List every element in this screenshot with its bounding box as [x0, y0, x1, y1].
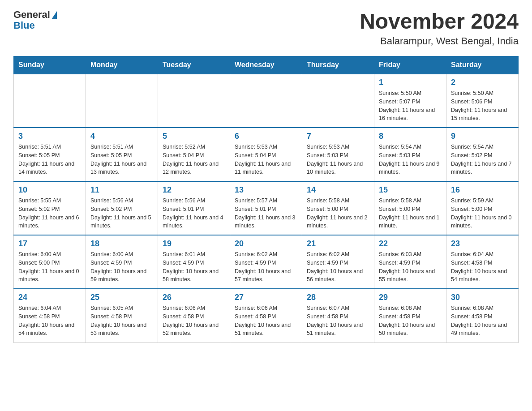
day-info: Sunrise: 6:02 AMSunset: 4:59 PMDaylight:… [235, 250, 297, 284]
day-info: Sunrise: 6:04 AMSunset: 4:58 PMDaylight:… [18, 304, 81, 338]
day-info: Sunrise: 5:50 AMSunset: 5:06 PMDaylight:… [451, 89, 514, 123]
day-info: Sunrise: 6:05 AMSunset: 4:58 PMDaylight:… [90, 304, 153, 338]
calendar-cell: 10Sunrise: 5:55 AMSunset: 5:02 PMDayligh… [14, 181, 86, 235]
day-number: 3 [18, 132, 81, 141]
day-number: 15 [379, 185, 442, 195]
day-number: 5 [163, 132, 225, 141]
calendar-cell: 15Sunrise: 5:58 AMSunset: 5:00 PMDayligh… [374, 181, 446, 235]
calendar-cell: 18Sunrise: 6:00 AMSunset: 4:59 PMDayligh… [86, 235, 158, 289]
day-number: 13 [235, 185, 297, 195]
calendar-cell: 17Sunrise: 6:00 AMSunset: 5:00 PMDayligh… [14, 235, 86, 289]
day-info: Sunrise: 6:00 AMSunset: 4:59 PMDaylight:… [90, 250, 153, 284]
day-info: Sunrise: 5:57 AMSunset: 5:01 PMDaylight:… [235, 197, 297, 230]
calendar-header-row: SundayMondayTuesdayWednesdayThursdayFrid… [14, 56, 519, 74]
day-info: Sunrise: 6:03 AMSunset: 4:59 PMDaylight:… [379, 250, 442, 284]
day-info: Sunrise: 5:51 AMSunset: 5:05 PMDaylight:… [18, 143, 81, 176]
title-block: November 2024 Balarampur, West Bengal, I… [360, 9, 519, 47]
calendar-cell: 22Sunrise: 6:03 AMSunset: 4:59 PMDayligh… [374, 235, 446, 289]
calendar-cell: 28Sunrise: 6:07 AMSunset: 4:58 PMDayligh… [302, 289, 374, 342]
logo: General Blue [13, 9, 57, 31]
week-row-5: 24Sunrise: 6:04 AMSunset: 4:58 PMDayligh… [14, 289, 519, 342]
page-header: General Blue November 2024 Balarampur, W… [13, 9, 519, 47]
calendar-cell: 2Sunrise: 5:50 AMSunset: 5:06 PMDaylight… [446, 74, 519, 128]
day-number: 1 [379, 78, 442, 87]
calendar-cell: 12Sunrise: 5:56 AMSunset: 5:01 PMDayligh… [158, 181, 230, 235]
calendar-cell: 20Sunrise: 6:02 AMSunset: 4:59 PMDayligh… [230, 235, 302, 289]
calendar-cell [86, 74, 158, 128]
calendar-cell [158, 74, 230, 128]
calendar-cell: 4Sunrise: 5:51 AMSunset: 5:05 PMDaylight… [86, 128, 158, 181]
calendar-cell: 27Sunrise: 6:06 AMSunset: 4:58 PMDayligh… [230, 289, 302, 342]
day-number: 29 [379, 293, 442, 302]
logo-blue-text: Blue [13, 20, 35, 31]
calendar-cell: 3Sunrise: 5:51 AMSunset: 5:05 PMDaylight… [14, 128, 86, 181]
column-header-tuesday: Tuesday [158, 56, 230, 74]
day-number: 24 [18, 293, 81, 302]
calendar-cell: 21Sunrise: 6:02 AMSunset: 4:59 PMDayligh… [302, 235, 374, 289]
day-info: Sunrise: 5:51 AMSunset: 5:05 PMDaylight:… [90, 143, 153, 176]
day-info: Sunrise: 6:04 AMSunset: 4:58 PMDaylight:… [451, 250, 514, 284]
day-number: 21 [307, 239, 369, 248]
day-number: 16 [451, 185, 514, 195]
calendar-cell: 8Sunrise: 5:54 AMSunset: 5:03 PMDaylight… [374, 128, 446, 181]
day-number: 22 [379, 239, 442, 248]
column-header-thursday: Thursday [302, 56, 374, 74]
day-info: Sunrise: 5:54 AMSunset: 5:02 PMDaylight:… [451, 143, 514, 176]
day-number: 28 [307, 293, 369, 302]
column-header-monday: Monday [86, 56, 158, 74]
calendar-cell: 7Sunrise: 5:53 AMSunset: 5:03 PMDaylight… [302, 128, 374, 181]
day-info: Sunrise: 5:54 AMSunset: 5:03 PMDaylight:… [379, 143, 442, 176]
calendar-cell: 5Sunrise: 5:52 AMSunset: 5:04 PMDaylight… [158, 128, 230, 181]
page-title: November 2024 [360, 9, 519, 34]
calendar-cell [230, 74, 302, 128]
day-info: Sunrise: 6:08 AMSunset: 4:58 PMDaylight:… [379, 304, 442, 338]
calendar-cell [14, 74, 86, 128]
day-info: Sunrise: 5:59 AMSunset: 5:00 PMDaylight:… [451, 197, 514, 230]
day-info: Sunrise: 6:06 AMSunset: 4:58 PMDaylight:… [235, 304, 297, 338]
day-info: Sunrise: 6:08 AMSunset: 4:58 PMDaylight:… [451, 304, 514, 338]
week-row-3: 10Sunrise: 5:55 AMSunset: 5:02 PMDayligh… [14, 181, 519, 235]
day-info: Sunrise: 6:07 AMSunset: 4:58 PMDaylight:… [307, 304, 369, 338]
day-info: Sunrise: 5:58 AMSunset: 5:00 PMDaylight:… [379, 197, 442, 230]
day-number: 9 [451, 132, 514, 141]
calendar-cell: 13Sunrise: 5:57 AMSunset: 5:01 PMDayligh… [230, 181, 302, 235]
day-info: Sunrise: 6:01 AMSunset: 4:59 PMDaylight:… [163, 250, 225, 284]
calendar-cell: 25Sunrise: 6:05 AMSunset: 4:58 PMDayligh… [86, 289, 158, 342]
day-info: Sunrise: 5:50 AMSunset: 5:07 PMDaylight:… [379, 89, 442, 123]
day-number: 26 [163, 293, 225, 302]
day-info: Sunrise: 5:55 AMSunset: 5:02 PMDaylight:… [18, 197, 81, 230]
day-number: 27 [235, 293, 297, 302]
day-number: 14 [307, 185, 369, 195]
calendar-cell: 26Sunrise: 6:06 AMSunset: 4:58 PMDayligh… [158, 289, 230, 342]
day-number: 7 [307, 132, 369, 141]
day-info: Sunrise: 5:56 AMSunset: 5:01 PMDaylight:… [163, 197, 225, 230]
day-info: Sunrise: 6:06 AMSunset: 4:58 PMDaylight:… [163, 304, 225, 338]
day-number: 23 [451, 239, 514, 248]
calendar-cell: 19Sunrise: 6:01 AMSunset: 4:59 PMDayligh… [158, 235, 230, 289]
column-header-saturday: Saturday [446, 56, 519, 74]
day-info: Sunrise: 5:53 AMSunset: 5:04 PMDaylight:… [235, 143, 297, 176]
day-info: Sunrise: 5:56 AMSunset: 5:02 PMDaylight:… [90, 197, 153, 230]
calendar-cell: 24Sunrise: 6:04 AMSunset: 4:58 PMDayligh… [14, 289, 86, 342]
calendar-cell: 23Sunrise: 6:04 AMSunset: 4:58 PMDayligh… [446, 235, 519, 289]
day-info: Sunrise: 6:00 AMSunset: 5:00 PMDaylight:… [18, 250, 81, 284]
calendar-cell [302, 74, 374, 128]
day-number: 10 [18, 185, 81, 195]
day-number: 18 [90, 239, 153, 248]
column-header-wednesday: Wednesday [230, 56, 302, 74]
calendar-cell: 6Sunrise: 5:53 AMSunset: 5:04 PMDaylight… [230, 128, 302, 181]
day-number: 11 [90, 185, 153, 195]
day-number: 19 [163, 239, 225, 248]
day-number: 4 [90, 132, 153, 141]
calendar-cell: 16Sunrise: 5:59 AMSunset: 5:00 PMDayligh… [446, 181, 519, 235]
column-header-friday: Friday [374, 56, 446, 74]
calendar-cell: 30Sunrise: 6:08 AMSunset: 4:58 PMDayligh… [446, 289, 519, 342]
day-info: Sunrise: 5:52 AMSunset: 5:04 PMDaylight:… [163, 143, 225, 176]
calendar-cell: 1Sunrise: 5:50 AMSunset: 5:07 PMDaylight… [374, 74, 446, 128]
day-info: Sunrise: 6:02 AMSunset: 4:59 PMDaylight:… [307, 250, 369, 284]
calendar-cell: 11Sunrise: 5:56 AMSunset: 5:02 PMDayligh… [86, 181, 158, 235]
day-number: 12 [163, 185, 225, 195]
day-number: 25 [90, 293, 153, 302]
week-row-2: 3Sunrise: 5:51 AMSunset: 5:05 PMDaylight… [14, 128, 519, 181]
calendar-cell: 14Sunrise: 5:58 AMSunset: 5:00 PMDayligh… [302, 181, 374, 235]
